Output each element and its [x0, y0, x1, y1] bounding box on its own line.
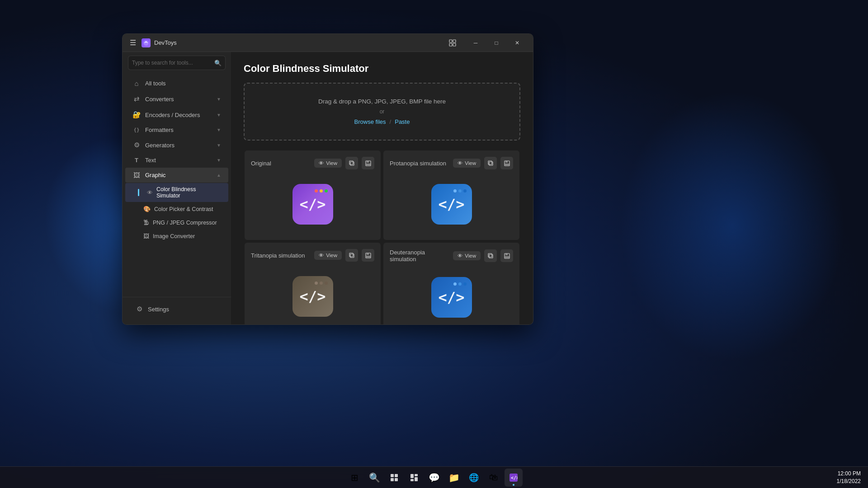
svg-rect-1 — [449, 40, 452, 42]
sidebar-item-color-picker-contrast[interactable]: 🎨 Color Picker & Contrast — [125, 202, 228, 216]
panel-tritanopia-copy-button[interactable] — [345, 249, 358, 262]
compact-mode-button[interactable] — [443, 36, 462, 50]
svg-rect-10 — [489, 162, 493, 165]
panel-protanopia-view-button[interactable]: 👁 View — [453, 159, 481, 168]
search-icon[interactable]: 🔍 — [214, 60, 222, 66]
search-taskbar-button[interactable]: 🔍 — [365, 469, 383, 487]
deuteranopia-preview-icon: </> — [431, 277, 472, 318]
svg-rect-30 — [415, 474, 418, 476]
app-title: DevToys — [154, 39, 177, 46]
panel-deuteranopia-copy-button[interactable] — [484, 249, 497, 262]
wallpaper-swirl-right — [619, 90, 845, 361]
code-icon: </> — [300, 196, 326, 213]
taskbar-time-display: 12:00 PM — [837, 470, 861, 478]
widgets-button[interactable] — [405, 469, 423, 487]
svg-rect-24 — [505, 256, 509, 258]
panel-tritanopia-image: </> — [251, 267, 374, 324]
sidebar-item-all-tools[interactable]: ⌂ All tools — [125, 76, 228, 91]
drop-zone-text: Drag & drop a PNG, JPG, JPEG, BMP file h… — [259, 98, 505, 105]
minimize-button[interactable]: ─ — [465, 36, 486, 50]
svg-rect-13 — [505, 161, 508, 163]
sidebar-item-settings[interactable]: ⚙ Settings — [128, 301, 226, 317]
app-logo — [142, 38, 151, 47]
panel-deuteranopia-save-button[interactable] — [500, 249, 513, 262]
panel-tritanopia-header: Tritanopia simulation 👁 View — [251, 249, 374, 262]
svg-rect-19 — [366, 256, 370, 258]
svg-rect-31 — [410, 479, 414, 481]
dot-gray3 — [325, 282, 328, 285]
search-box[interactable]: 🔍 — [128, 56, 226, 70]
svg-rect-8 — [367, 161, 369, 163]
panel-tritanopia-label: Tritanopia simulation — [251, 252, 311, 259]
sidebar-footer: ⚙ Settings — [123, 297, 231, 321]
code-icon: </> — [300, 288, 326, 305]
panel-original-view-button[interactable]: 👁 View — [314, 159, 342, 168]
teams-chat-button[interactable]: 💬 — [425, 469, 443, 487]
home-icon: ⌂ — [132, 80, 141, 87]
svg-rect-27 — [391, 478, 394, 481]
sidebar-item-text[interactable]: T Text ▼ — [125, 153, 228, 167]
panel-original-header: Original 👁 View — [251, 157, 374, 169]
sidebar-item-formatters[interactable]: {} Formatters ▼ — [125, 123, 228, 137]
icon-dots — [453, 282, 467, 286]
browse-files-link[interactable]: Browse files — [354, 118, 386, 125]
svg-rect-14 — [505, 164, 509, 165]
panel-tritanopia-save-button[interactable] — [362, 249, 374, 262]
file-explorer-button[interactable]: 📁 — [445, 469, 463, 487]
protanopia-preview-icon: </> — [431, 184, 472, 225]
eye-icon: 👁 — [319, 160, 324, 166]
eye-icon: 👁 — [458, 253, 463, 258]
drop-zone[interactable]: Drag & drop a PNG, JPG, JPEG, BMP file h… — [244, 83, 520, 141]
panel-deuteranopia: Deuteranopia simulation 👁 View — [383, 243, 519, 324]
dot-blue-dark — [463, 282, 467, 286]
svg-text:</>: </> — [511, 475, 518, 480]
maximize-button[interactable]: □ — [486, 36, 507, 50]
panel-tritanopia-view-button[interactable]: 👁 View — [314, 251, 342, 260]
svg-rect-18 — [367, 253, 369, 255]
drop-zone-or: or — [259, 108, 505, 115]
svg-rect-25 — [391, 474, 394, 477]
taskbar-date-display: 1/18/2022 — [837, 478, 861, 485]
svg-rect-29 — [410, 474, 414, 478]
panel-protanopia-header: Protanopia simulation 👁 View — [390, 157, 513, 169]
sidebar-item-image-converter[interactable]: 🖼 Image Converter — [125, 230, 228, 243]
sidebar-item-generators[interactable]: ⚙ Generators ▼ — [125, 137, 228, 153]
close-button[interactable]: ✕ — [507, 36, 528, 50]
generators-icon: ⚙ — [132, 141, 141, 149]
start-button[interactable]: ⊞ — [345, 469, 363, 487]
sidebar-item-encoders-decoders[interactable]: 🔐 Encoders / Decoders ▼ — [125, 107, 228, 122]
panel-protanopia-copy-button[interactable] — [484, 157, 497, 169]
window-body: 🔍 ⌂ All tools ⇄ Converters ▼ 🔐 Encoders — [123, 52, 533, 324]
panel-deuteranopia-image: </> — [390, 268, 513, 324]
panel-protanopia-save-button[interactable] — [500, 157, 513, 169]
chevron-down-icon: ▼ — [217, 113, 221, 117]
paste-link[interactable]: Paste — [395, 118, 410, 125]
panel-original-save-button[interactable] — [362, 157, 374, 169]
devtoys-button[interactable]: </> — [505, 469, 523, 487]
search-input[interactable] — [132, 60, 214, 66]
edge-browser-button[interactable]: 🌐 — [465, 469, 483, 487]
sidebar-item-converters[interactable]: ⇄ Converters ▼ — [125, 91, 228, 107]
formatters-icon: {} — [132, 127, 141, 133]
panel-deuteranopia-view-button[interactable]: 👁 View — [453, 251, 481, 260]
sidebar-item-png-jpeg-compressor[interactable]: 🗜 PNG / JPEG Compressor — [125, 216, 228, 229]
dot-gray1 — [315, 282, 318, 285]
image-converter-icon: 🖼 — [143, 233, 149, 239]
svg-rect-3 — [449, 43, 452, 46]
panel-original-label: Original — [251, 160, 311, 167]
code-icon: </> — [439, 196, 465, 213]
sidebar-item-color-blindness-simulator[interactable]: 👁 Color Blindness Simulator — [125, 183, 228, 202]
icon-dots — [453, 189, 467, 192]
panel-protanopia-image: </> — [390, 175, 513, 234]
svg-point-0 — [143, 40, 149, 46]
microsoft-store-button[interactable]: 🛍 — [485, 469, 503, 487]
dot-blue-light — [453, 282, 457, 286]
sidebar-item-graphic[interactable]: 🖼 Graphic ▲ — [125, 168, 228, 183]
panel-original-copy-button[interactable] — [345, 157, 358, 169]
text-icon: T — [132, 157, 141, 164]
panel-deuteranopia-header: Deuteranopia simulation 👁 View — [390, 249, 513, 263]
hamburger-icon[interactable]: ☰ — [128, 37, 138, 49]
svg-rect-15 — [350, 254, 354, 258]
task-view-button[interactable] — [385, 469, 403, 487]
panel-protanopia: Protanopia simulation 👁 View — [383, 150, 519, 240]
